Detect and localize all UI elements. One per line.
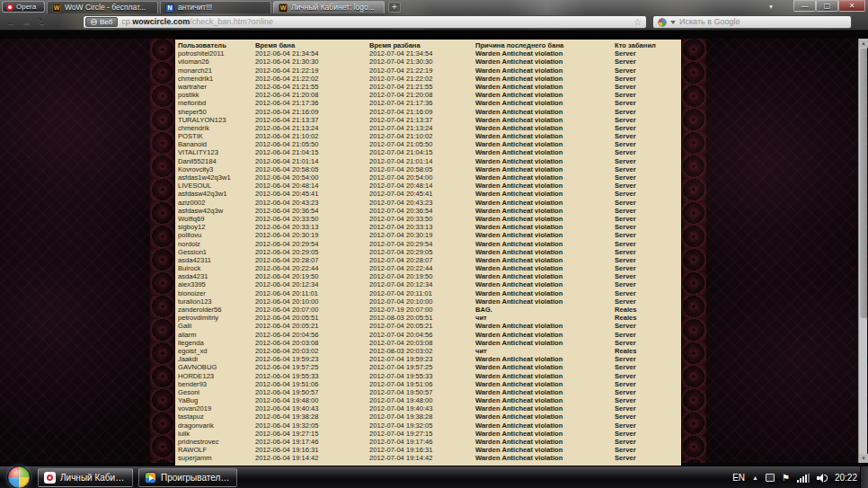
- cell-user: egoist_xd: [178, 347, 255, 355]
- cell-user: bender93: [178, 380, 255, 388]
- cell-ban-time: 2012-06-04 20:45:41: [255, 190, 369, 198]
- tab-personal-cabinet[interactable]: W Личный Кабинет: logo...: [273, 1, 385, 13]
- cell-unban-time: 2012-07-04 21:16:09: [369, 108, 475, 116]
- hidden-icons-arrow-icon[interactable]: ▲: [752, 475, 758, 481]
- cell-unban-time: 2012-07-04 19:59:23: [369, 355, 475, 363]
- cell-ban-time: 2012-06-04 21:04:15: [255, 148, 369, 156]
- cell-user: VITALITY123: [178, 148, 255, 156]
- cell-reason: Warden Anticheat violation: [475, 404, 615, 413]
- cell-reason: Warden Anticheat violation: [475, 388, 615, 396]
- cell-banned-by: Server: [615, 49, 679, 58]
- site-badge[interactable]: Веб: [85, 17, 118, 27]
- cell-ban-time: 2012-06-04 21:22:19: [255, 67, 369, 75]
- tab-overflow-chevron-icon[interactable]: ▾: [769, 3, 773, 11]
- cell-unban-time: 2012-07-04 19:48:00: [369, 396, 475, 404]
- cell-ban-time: 2012-06-04 20:07:00: [255, 306, 369, 314]
- cell-user: LIVESOUL: [178, 182, 255, 190]
- ban-row: Jaakdi2012-06-04 19:59:232012-07-04 19:5…: [178, 355, 681, 363]
- new-tab-button[interactable]: +: [388, 2, 401, 13]
- cell-user: vovan2019: [178, 404, 255, 413]
- cell-reason: Warden Anticheat violation: [475, 207, 615, 215]
- action-center-flag-icon[interactable]: ⚑: [782, 474, 790, 483]
- taskbar-button-opera[interactable]: Личный Кабинет: Io...: [38, 468, 133, 487]
- cell-ban-time: 2012-06-04 21:01:14: [255, 157, 369, 165]
- cell-reason: Warden Anticheat violation: [475, 339, 615, 347]
- ban-row: wartraher2012-06-04 21:21:552012-07-04 2…: [178, 83, 681, 91]
- cell-banned-by: Server: [615, 421, 679, 430]
- opera-menu-button[interactable]: Opera: [2, 1, 45, 13]
- cell-user: postikk: [178, 91, 255, 99]
- taskbar-button-wmp[interactable]: Проигрыватель Win...: [138, 468, 237, 487]
- tab-wow-circle[interactable]: W WoW Circle - бесплат...: [47, 1, 158, 13]
- start-button[interactable]: [7, 466, 31, 488]
- cell-banned-by: Server: [615, 199, 679, 207]
- show-desktop-button[interactable]: [860, 466, 868, 488]
- cell-banned-by: Server: [615, 355, 679, 363]
- cell-unban-time: 2012-07-04 19:17:46: [369, 438, 475, 446]
- tray-window-icon[interactable]: [766, 474, 775, 482]
- ban-row: zanderolder562012-06-04 20:07:002012-07-…: [178, 306, 681, 314]
- cell-ban-time: 2012-06-04 19:40:43: [255, 404, 369, 413]
- url-path: /check_ban.htm?online: [190, 17, 273, 26]
- cell-user: RAWOLF: [178, 446, 255, 454]
- cell-ban-time: 2012-06-04 21:16:09: [255, 108, 369, 116]
- cell-unban-time: 2012-07-04 20:03:08: [369, 339, 475, 347]
- cell-ban-time: 2012-06-04 20:03:02: [255, 347, 369, 355]
- cell-reason: Warden Anticheat violation: [475, 380, 615, 388]
- language-indicator[interactable]: EN: [732, 473, 745, 483]
- volume-icon[interactable]: [817, 474, 828, 483]
- cell-reason: чит: [475, 347, 615, 355]
- cell-unban-time: 2012-07-04 20:54:00: [369, 173, 475, 182]
- address-bar[interactable]: Веб cp.wowcircle.com/check_ban.htm?onlin…: [83, 15, 647, 29]
- scrollbar-up-arrow-icon[interactable]: ▲: [859, 39, 868, 48]
- scrollbar-down-arrow-icon[interactable]: ▼: [859, 454, 868, 463]
- cell-unban-time: 2012-07-04 19:57:25: [369, 363, 475, 371]
- close-button[interactable]: ✕: [838, 0, 865, 12]
- reload-button[interactable]: ↻: [34, 15, 49, 29]
- cell-banned-by: Server: [615, 430, 679, 438]
- ban-row: chmendrik12012-06-04 21:22:022012-07-04 …: [178, 75, 681, 83]
- forward-button[interactable]: →: [19, 15, 34, 29]
- cell-unban-time: 2012-07-04 19:14:42: [369, 454, 475, 462]
- bookmark-star-icon[interactable]: ☆: [633, 18, 642, 27]
- ban-row: viloman262012-06-04 21:30:302012-07-04 2…: [178, 58, 681, 66]
- search-engine-dropdown-icon[interactable]: [670, 21, 676, 24]
- cell-reason: Warden Anticheat violation: [475, 272, 615, 280]
- cell-unban-time: 2012-07-04 19:51:06: [369, 380, 475, 388]
- cell-reason: Warden Anticheat violation: [475, 438, 615, 446]
- cell-user: meltonbd: [178, 99, 255, 107]
- page-scrollbar[interactable]: ▲ ▼: [858, 39, 867, 463]
- cell-reason: Warden Anticheat violation: [475, 446, 615, 454]
- google-icon: [658, 18, 667, 27]
- cell-user: llegenda: [178, 339, 255, 347]
- minimize-button[interactable]: —: [793, 0, 816, 12]
- maximize-button[interactable]: ▢: [816, 0, 838, 12]
- back-button[interactable]: ←: [4, 15, 19, 29]
- cell-unban-time: 2012-07-04 19:55:33: [369, 372, 475, 380]
- window-controls: — ▢ ✕: [793, 0, 865, 12]
- ban-row: superjamm2012-06-04 19:14:422012-07-04 1…: [178, 454, 681, 462]
- clock[interactable]: 20:22: [835, 473, 857, 483]
- ban-row: aliarm2012-06-04 20:04:562012-07-04 20:0…: [178, 331, 681, 339]
- cell-banned-by: Server: [615, 215, 679, 223]
- cell-reason: Warden Anticheat violation: [475, 223, 615, 231]
- network-signal-icon[interactable]: [797, 474, 810, 483]
- scrollbar-thumb[interactable]: [860, 49, 867, 318]
- cell-reason: Warden Anticheat violation: [475, 372, 615, 380]
- cell-reason: Warden Anticheat violation: [475, 83, 615, 91]
- cell-ban-time: 2012-06-04 19:51:06: [255, 380, 369, 388]
- ban-row: LIVESOUL2012-06-04 20:48:142012-07-04 20…: [178, 182, 681, 190]
- search-input[interactable]: Искать в Google: [652, 15, 852, 29]
- cell-ban-time: 2012-06-04 19:50:57: [255, 388, 369, 396]
- globe-icon: [91, 19, 97, 25]
- cell-unban-time: 2012-07-04 20:05:21: [369, 322, 475, 330]
- cell-user: asfdasw42q3w1: [178, 190, 255, 198]
- cell-user: tastapuz: [178, 413, 255, 421]
- cell-unban-time: 2012-07-04 20:12:34: [369, 280, 475, 288]
- tab-anticheat[interactable]: N античит!!!: [160, 1, 271, 13]
- cell-banned-by: Server: [615, 165, 679, 173]
- cell-banned-by: Server: [615, 438, 679, 446]
- cell-unban-time: 2012-07-04 20:45:41: [369, 190, 475, 198]
- opera-logo-icon: [6, 4, 13, 11]
- cell-ban-time: 2012-06-04 20:04:56: [255, 331, 369, 339]
